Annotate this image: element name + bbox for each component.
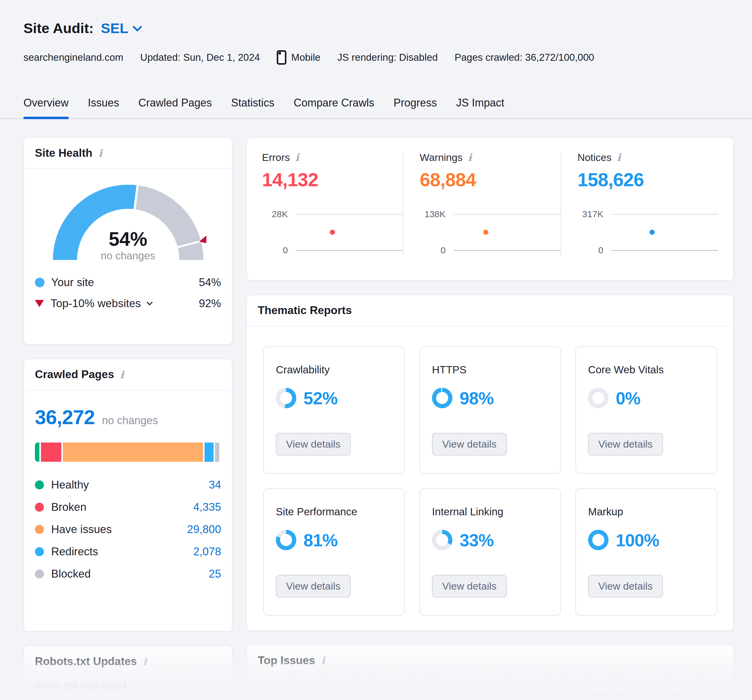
redirects-dot-icon: [35, 547, 44, 556]
tab-overview[interactable]: Overview: [23, 96, 68, 118]
broken-count[interactable]: 4,335: [193, 501, 221, 513]
notices-value[interactable]: 158,626: [578, 169, 718, 190]
site-health-card: Site Health i 54% no changes: [23, 137, 233, 345]
notices-max-tick: 317K: [578, 209, 603, 219]
tab-crawled-pages[interactable]: Crawled Pages: [138, 96, 212, 118]
robots-subtitle: since the last crawl: [24, 677, 232, 692]
gridline: [296, 250, 403, 251]
warnings-max-tick: 138K: [420, 209, 446, 219]
notices-min-tick: 0: [578, 245, 603, 255]
audit-meta: searchengineland.com Updated: Sun, Dec 1…: [23, 50, 734, 65]
project-name[interactable]: SEL: [101, 20, 128, 36]
notices-trend-chart: 317K 0: [578, 209, 718, 255]
your-site-value: 54%: [199, 276, 221, 289]
legend-your-site: Your site 54%: [35, 276, 221, 289]
warnings-min-tick: 0: [420, 245, 446, 255]
internal-linking-donut: [432, 530, 452, 550]
column-number-of-issues: Number of issues: [581, 691, 654, 700]
mobile-icon: [277, 50, 286, 65]
thematic-crawlability-card: Crawlability 52% View details: [263, 346, 405, 474]
chevron-down-icon[interactable]: [146, 299, 153, 305]
tab-js-impact[interactable]: JS Impact: [456, 96, 504, 118]
site-performance-percent: 81%: [303, 530, 337, 550]
markup-percent: 100%: [616, 530, 659, 550]
tab-compare-crawls[interactable]: Compare Crawls: [294, 96, 374, 118]
info-icon[interactable]: i: [143, 657, 147, 667]
thematic-title: Thematic Reports: [258, 304, 352, 317]
thematic-reports-card: Thematic Reports Crawlability 52% View d…: [246, 294, 734, 631]
column-about: About: [672, 691, 696, 700]
crawled-total[interactable]: 36,272: [35, 406, 95, 429]
tab-bar: Overview Issues Crawled Pages Statistics…: [0, 96, 752, 119]
view-details-button[interactable]: View details: [432, 575, 507, 597]
issues-summary-card: Errors i 14,132 28K 0 Warnings: [246, 137, 734, 281]
view-details-button[interactable]: View details: [276, 575, 351, 597]
bar-segment-blocked[interactable]: [215, 442, 219, 462]
project-selector[interactable]: SEL: [101, 20, 140, 36]
your-site-dot-icon: [35, 278, 45, 287]
legend-row-broken: Broken 4,335: [35, 501, 221, 513]
info-icon[interactable]: i: [468, 152, 472, 162]
warnings-data-point[interactable]: [483, 230, 488, 235]
notices-data-point[interactable]: [649, 230, 654, 235]
markup-label: Markup: [588, 506, 704, 518]
have-issues-count[interactable]: 29,800: [187, 523, 221, 536]
blocked-count[interactable]: 25: [209, 568, 221, 580]
warnings-value[interactable]: 68,884: [420, 169, 560, 190]
device-text: Mobile: [291, 52, 320, 63]
top10-value: 92%: [199, 297, 221, 310]
broken-label: Broken: [51, 501, 86, 513]
errors-value[interactable]: 14,132: [262, 169, 403, 190]
errors-label: Errors: [262, 152, 290, 163]
bar-segment-redirects[interactable]: [205, 442, 214, 462]
info-icon[interactable]: i: [98, 148, 102, 158]
redirects-count[interactable]: 2,078: [193, 545, 221, 558]
tab-issues[interactable]: Issues: [88, 96, 119, 118]
legend-row-redirects: Redirects 2,078: [35, 545, 221, 558]
thematic-site-performance-card: Site Performance 81% View details: [263, 488, 405, 616]
crawlability-donut: [276, 388, 296, 408]
have-issues-label: Have issues: [51, 523, 112, 536]
thematic-internal-linking-card: Internal Linking 33% View details: [420, 488, 561, 616]
gridline: [296, 214, 403, 215]
blocked-dot-icon: [35, 569, 44, 579]
info-icon[interactable]: i: [295, 152, 299, 162]
view-details-button[interactable]: View details: [588, 433, 663, 456]
gauge-score: 54%: [50, 228, 207, 250]
view-details-button[interactable]: View details: [432, 433, 507, 456]
thematic-markup-card: Markup 100% View details: [575, 488, 717, 616]
https-donut: [432, 388, 452, 408]
bar-segment-have-issues[interactable]: [63, 442, 203, 462]
info-icon[interactable]: i: [617, 152, 621, 162]
view-details-button[interactable]: View details: [588, 575, 663, 597]
gridline: [453, 214, 560, 215]
healthy-dot-icon: [35, 481, 44, 489]
notices-label: Notices: [578, 152, 612, 163]
bar-segment-broken[interactable]: [41, 442, 61, 462]
view-details-button[interactable]: View details: [276, 433, 351, 456]
metric-warnings: Warnings i 68,884 138K 0: [403, 152, 560, 255]
bar-segment-healthy[interactable]: [35, 442, 39, 462]
legend-row-blocked: Blocked 25: [35, 568, 221, 580]
errors-data-point[interactable]: [330, 230, 335, 235]
legend-row-healthy: Healthy 34: [35, 479, 221, 491]
pages-crawled-label: Pages crawled: 36,272/100,000: [455, 52, 594, 63]
crawlability-label: Crawlability: [276, 364, 392, 376]
top10-label: Top-10% websites: [51, 297, 141, 310]
top-issues-title: Top Issues: [258, 654, 315, 667]
info-icon[interactable]: i: [321, 656, 325, 666]
updated-label: Updated: Sun, Dec 1, 2024: [140, 52, 260, 63]
gridline: [453, 250, 560, 251]
core-web-vitals-percent: 0%: [616, 388, 640, 408]
errors-max-tick: 28K: [262, 209, 288, 219]
tab-statistics[interactable]: Statistics: [231, 96, 274, 118]
metric-errors: Errors i 14,132 28K 0: [262, 152, 403, 255]
chevron-down-icon: [132, 22, 142, 32]
info-icon[interactable]: i: [120, 370, 124, 380]
have-issues-dot-icon: [35, 525, 44, 534]
crawled-total-note: no changes: [102, 414, 158, 427]
healthy-count[interactable]: 34: [209, 479, 221, 491]
errors-min-tick: 0: [262, 245, 288, 255]
crawled-pages-stacked-bar: [35, 442, 221, 462]
tab-progress[interactable]: Progress: [393, 96, 437, 118]
